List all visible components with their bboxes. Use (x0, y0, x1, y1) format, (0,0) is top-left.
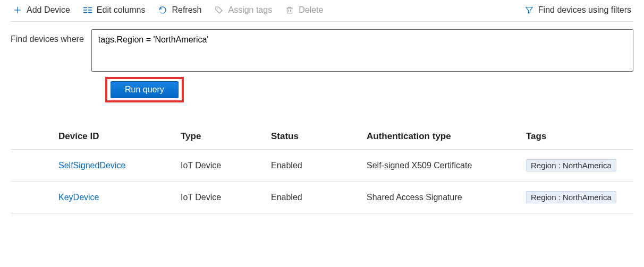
query-input[interactable] (91, 29, 633, 72)
table-row: SelfSignedDevice IoT Device Enabled Self… (11, 150, 633, 182)
plus-icon (13, 5, 22, 15)
delete-label: Delete (299, 5, 323, 15)
find-devices-filters-button[interactable]: Find devices using filters (522, 4, 633, 16)
device-auth-cell: Shared Access Signature (361, 182, 521, 213)
device-status-cell: Enabled (266, 150, 361, 182)
delete-button: Delete (283, 4, 325, 16)
col-header-tags[interactable]: Tags (521, 125, 633, 150)
device-tag-chip: Region : NorthAmerica (526, 159, 616, 171)
highlight-box: Run query (105, 77, 184, 102)
tag-icon (214, 5, 224, 15)
filter-icon (524, 5, 534, 15)
query-label: Find devices where (11, 29, 84, 44)
add-device-button[interactable]: Add Device (11, 4, 72, 16)
refresh-label: Refresh (172, 5, 201, 15)
refresh-button[interactable]: Refresh (156, 4, 204, 16)
table-row: KeyDevice IoT Device Enabled Shared Acce… (11, 182, 633, 213)
svg-rect-9 (287, 8, 292, 13)
device-status-cell: Enabled (266, 182, 361, 213)
columns-icon (83, 6, 92, 14)
command-bar: Add Device Edit columns Refresh Assign (11, 0, 633, 22)
edit-columns-label: Edit columns (97, 5, 146, 15)
device-id-link[interactable]: KeyDevice (58, 193, 99, 202)
edit-columns-button[interactable]: Edit columns (81, 4, 148, 16)
col-header-type[interactable]: Type (175, 125, 266, 150)
table-header-row: Device ID Type Status Authentication typ… (11, 125, 633, 150)
trash-icon (285, 5, 294, 15)
devices-table: Device ID Type Status Authentication typ… (11, 125, 633, 213)
query-row: Find devices where (11, 29, 633, 72)
run-query-row: Run query (105, 77, 633, 102)
col-header-device-id[interactable]: Device ID (11, 125, 175, 150)
find-devices-filters-label: Find devices using filters (538, 5, 631, 15)
device-auth-cell: Self-signed X509 Certificate (361, 150, 521, 182)
assign-tags-button: Assign tags (212, 4, 274, 16)
run-query-button[interactable]: Run query (111, 81, 179, 98)
add-device-label: Add Device (27, 5, 70, 15)
assign-tags-label: Assign tags (228, 5, 272, 15)
device-tag-chip: Region : NorthAmerica (526, 191, 616, 203)
refresh-icon (158, 5, 167, 15)
device-type-cell: IoT Device (175, 182, 266, 213)
device-type-cell: IoT Device (175, 150, 266, 182)
col-header-auth[interactable]: Authentication type (361, 125, 521, 150)
col-header-status[interactable]: Status (266, 125, 361, 150)
device-id-link[interactable]: SelfSignedDevice (58, 161, 125, 170)
svg-point-8 (217, 8, 218, 9)
